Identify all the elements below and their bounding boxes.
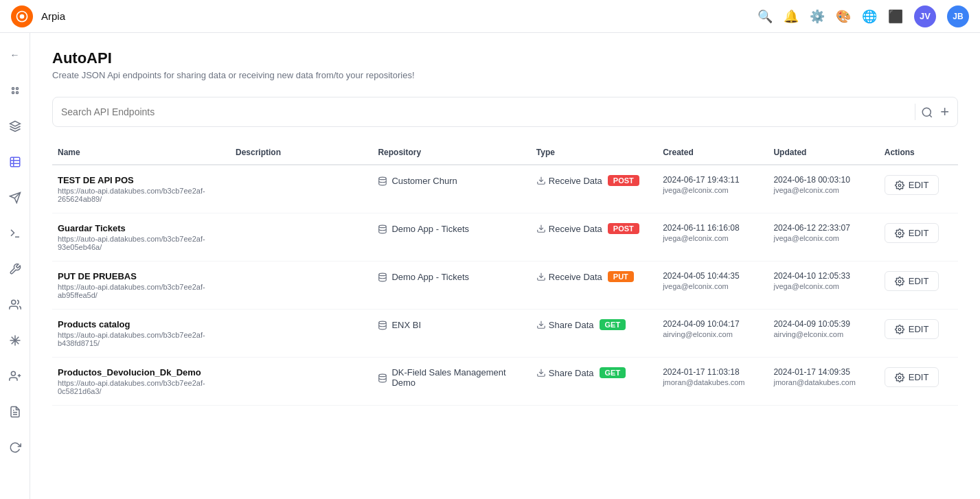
svg-point-38 <box>898 376 901 379</box>
app-logo <box>11 5 33 27</box>
cell-repository: Customer Churn <box>372 165 530 213</box>
col-updated: Updated <box>768 141 878 165</box>
bell-icon[interactable]: 🔔 <box>784 9 799 24</box>
sidebar-icon-table[interactable] <box>4 151 26 173</box>
created-date: 2024-01-17 11:03:18 <box>663 367 762 377</box>
edit-button[interactable]: EDIT <box>885 367 939 387</box>
updated-date: 2024-06-18 00:03:10 <box>773 175 873 185</box>
col-type: Type <box>531 141 657 165</box>
col-created: Created <box>657 141 768 165</box>
cell-repository: Demo App - Tickets <box>372 213 530 262</box>
cell-actions: EDIT <box>879 358 958 406</box>
cell-created: 2024-04-05 10:44:35 jvega@elconix.com <box>657 262 768 310</box>
cell-type: Receive Data PUT <box>531 262 657 310</box>
sidebar-icon-send[interactable] <box>4 187 26 209</box>
sidebar-icon-users[interactable] <box>4 294 26 316</box>
translate-icon[interactable]: 🌐 <box>862 9 877 24</box>
svg-point-29 <box>898 232 901 235</box>
created-date: 2024-04-05 10:44:35 <box>663 271 762 281</box>
updated-date: 2024-04-09 10:05:39 <box>773 319 873 329</box>
cell-actions: EDIT <box>879 262 958 310</box>
edit-button[interactable]: EDIT <box>885 271 939 291</box>
settings-icon[interactable]: ⚙️ <box>810 9 825 24</box>
edit-button[interactable]: EDIT <box>885 175 939 195</box>
type-badge: GET <box>600 367 626 378</box>
row-url-text: https://auto-api.datakubes.com/b3cb7ee2a… <box>58 379 225 395</box>
type-badge: GET <box>600 319 626 330</box>
search-bar: + <box>52 97 958 127</box>
cell-name: PUT DE PRUEBAS https://auto-api.datakube… <box>52 262 230 310</box>
sidebar-icon-layers[interactable] <box>4 115 26 137</box>
page-title: AutoAPI <box>52 49 958 67</box>
sidebar-icon-tool[interactable] <box>4 258 26 280</box>
cell-description <box>230 165 372 213</box>
cell-name: Guardar Tickets https://auto-api.datakub… <box>52 213 230 262</box>
cell-repository: ENX BI <box>372 310 530 358</box>
col-repository: Repository <box>372 141 530 165</box>
updated-user: jmoran@datakubes.com <box>773 378 873 386</box>
cell-updated: 2024-01-17 14:09:35 jmoran@datakubes.com <box>768 358 878 406</box>
search-input[interactable] <box>61 106 909 117</box>
type-badge: POST <box>608 223 639 234</box>
user-avatar-purple[interactable]: JV <box>914 5 936 27</box>
top-nav: Arpia 🔍 🔔 ⚙️ 🎨 🌐 ⬛ JV JB <box>0 0 980 33</box>
table-row: Productos_Devolucion_Dk_Demo https://aut… <box>52 358 958 406</box>
api-endpoints-table: Name Description Repository Type Created… <box>52 141 958 406</box>
sidebar-icon-person-plus[interactable] <box>4 365 26 387</box>
main-content: AutoAPI Create JSON Api endpoints for sh… <box>30 33 980 499</box>
repo-name: Demo App - Tickets <box>391 272 469 282</box>
cell-actions: EDIT <box>879 213 958 262</box>
edit-button[interactable]: EDIT <box>885 319 939 339</box>
database-icon <box>378 319 387 330</box>
created-date: 2024-06-11 16:16:08 <box>663 223 762 233</box>
search-button[interactable] <box>921 105 933 119</box>
cell-repository: Demo App - Tickets <box>372 262 530 310</box>
app-title: Arpia <box>41 10 749 22</box>
updated-user: jvega@elconix.com <box>773 186 873 194</box>
sidebar-icon-terminal[interactable] <box>4 222 26 244</box>
updated-user: jvega@elconix.com <box>773 234 873 242</box>
sidebar-icon-grid[interactable] <box>4 80 26 102</box>
cell-description <box>230 213 372 262</box>
svg-point-35 <box>898 328 901 331</box>
edit-button[interactable]: EDIT <box>885 223 939 243</box>
sidebar-icon-refresh[interactable] <box>4 437 26 459</box>
sidebar-icon-doc[interactable] <box>4 401 26 423</box>
table-row: Guardar Tickets https://auto-api.datakub… <box>52 213 958 262</box>
updated-date: 2024-04-10 12:05:33 <box>773 271 873 281</box>
type-badge: POST <box>608 175 639 186</box>
svg-point-27 <box>379 225 387 228</box>
sidebar: ← <box>0 0 30 499</box>
repo-name: Customer Churn <box>391 176 457 186</box>
apps-icon[interactable]: ⬛ <box>888 9 903 24</box>
paint-icon[interactable]: 🎨 <box>836 9 851 24</box>
svg-point-17 <box>11 371 15 375</box>
created-user: jmoran@datakubes.com <box>663 378 762 386</box>
user-avatar[interactable]: JB <box>947 5 969 27</box>
type-label: Share Data <box>536 368 594 378</box>
cell-actions: EDIT <box>879 310 958 358</box>
sidebar-back-icon[interactable]: ← <box>4 44 26 66</box>
svg-point-22 <box>922 108 931 116</box>
col-name: Name <box>52 141 230 165</box>
created-user: jvega@elconix.com <box>663 234 762 242</box>
repo-name: ENX BI <box>391 320 421 330</box>
cell-actions: EDIT <box>879 165 958 213</box>
cell-type: Share Data GET <box>531 310 657 358</box>
cell-created: 2024-06-17 19:43:11 jvega@elconix.com <box>657 165 768 213</box>
row-name-text: Products catalog <box>58 319 225 329</box>
sidebar-icon-asterisk[interactable] <box>4 329 26 351</box>
svg-point-36 <box>379 374 387 377</box>
cell-updated: 2024-04-10 12:05:33 jvega@elconix.com <box>768 262 878 310</box>
search-icon[interactable]: 🔍 <box>757 9 773 24</box>
svg-point-12 <box>11 300 15 304</box>
row-url-text: https://auto-api.datakubes.com/b3cb7ee2a… <box>58 187 225 203</box>
add-endpoint-button[interactable]: + <box>940 103 949 121</box>
created-user: jvega@elconix.com <box>663 282 762 290</box>
cell-created: 2024-04-09 10:04:17 airving@elconix.com <box>657 310 768 358</box>
svg-point-4 <box>16 92 18 94</box>
row-url-text: https://auto-api.datakubes.com/b3cb7ee2a… <box>58 283 225 299</box>
updated-user: jvega@elconix.com <box>773 282 873 290</box>
updated-date: 2024-01-17 14:09:35 <box>773 367 873 377</box>
type-label: Receive Data <box>536 176 602 186</box>
